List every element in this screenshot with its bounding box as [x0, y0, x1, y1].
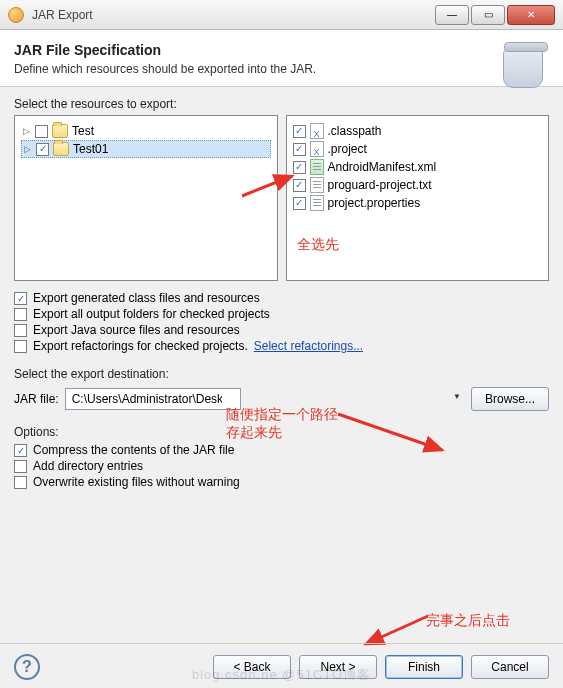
file-label: proguard-project.txt — [328, 176, 432, 194]
tree-item-label: Test01 — [73, 140, 108, 158]
wizard-header: JAR File Specification Define which reso… — [0, 30, 563, 87]
minimize-button[interactable]: — — [435, 5, 469, 25]
page-title: JAR File Specification — [14, 42, 549, 58]
page-subtitle: Define which resources should be exporte… — [14, 62, 549, 76]
checkbox-label: Overwrite existing files without warning — [33, 475, 240, 489]
tree-row[interactable]: ▷ Test01 — [21, 140, 271, 158]
file-icon — [310, 177, 324, 193]
checkbox[interactable] — [14, 292, 27, 305]
svg-line-2 — [366, 616, 428, 644]
file-row[interactable]: proguard-project.txt — [293, 176, 543, 194]
jar-file-input[interactable] — [65, 388, 241, 410]
watermark: blog.csdn.ne @51CTO博客 — [192, 666, 371, 684]
file-icon — [310, 159, 324, 175]
folder-icon — [53, 142, 69, 156]
checkbox[interactable] — [35, 125, 48, 138]
jar-file-combo[interactable]: ▼ — [65, 388, 465, 410]
checkbox-label: Add directory entries — [33, 459, 143, 473]
annotation-finish-hint: 完事之后点击 — [426, 612, 510, 630]
file-list-pane[interactable]: .classpath .project AndroidManifest.xml … — [286, 115, 550, 281]
checkbox-label: Export refactorings for checked projects… — [33, 339, 248, 353]
browse-button[interactable]: Browse... — [471, 387, 549, 411]
export-java-source-checkbox[interactable]: Export Java source files and resources — [14, 323, 549, 337]
export-all-output-checkbox[interactable]: Export all output folders for checked pr… — [14, 307, 549, 321]
checkbox[interactable] — [14, 476, 27, 489]
jar-file-label: JAR file: — [14, 392, 59, 406]
checkbox[interactable] — [36, 143, 49, 156]
annotation-select-all: 全选先 — [297, 236, 339, 254]
export-options-group: Export generated class files and resourc… — [14, 291, 549, 353]
window-title: JAR Export — [32, 8, 435, 22]
checkbox[interactable] — [14, 460, 27, 473]
chevron-right-icon[interactable]: ▷ — [21, 126, 31, 136]
file-row[interactable]: project.properties — [293, 194, 543, 212]
export-refactorings-checkbox[interactable]: Export refactorings for checked projects… — [14, 339, 549, 353]
project-tree-pane[interactable]: ▷ Test ▷ Test01 — [14, 115, 278, 281]
file-label: project.properties — [328, 194, 421, 212]
select-refactorings-link[interactable]: Select refactorings... — [254, 339, 363, 353]
finish-button[interactable]: Finish — [385, 655, 463, 679]
chevron-right-icon[interactable]: ▷ — [22, 144, 32, 154]
checkbox[interactable] — [293, 197, 306, 210]
checkbox[interactable] — [14, 340, 27, 353]
file-label: .project — [328, 140, 367, 158]
window-buttons: — ▭ ✕ — [435, 5, 555, 25]
export-generated-checkbox[interactable]: Export generated class files and resourc… — [14, 291, 549, 305]
checkbox-label: Export generated class files and resourc… — [33, 291, 260, 305]
file-row[interactable]: .classpath — [293, 122, 543, 140]
compress-checkbox[interactable]: Compress the contents of the JAR file — [14, 443, 549, 457]
checkbox[interactable] — [293, 143, 306, 156]
checkbox-label: Compress the contents of the JAR file — [33, 443, 234, 457]
checkbox-label: Export all output folders for checked pr… — [33, 307, 270, 321]
file-label: .classpath — [328, 122, 382, 140]
file-row[interactable]: AndroidManifest.xml — [293, 158, 543, 176]
add-directory-checkbox[interactable]: Add directory entries — [14, 459, 549, 473]
tree-row[interactable]: ▷ Test — [21, 122, 271, 140]
overwrite-checkbox[interactable]: Overwrite existing files without warning — [14, 475, 549, 489]
destination-label: Select the export destination: — [14, 367, 549, 381]
close-button[interactable]: ✕ — [507, 5, 555, 25]
checkbox[interactable] — [14, 324, 27, 337]
chevron-down-icon[interactable]: ▼ — [453, 392, 461, 401]
options-label: Options: — [14, 425, 549, 439]
file-row[interactable]: .project — [293, 140, 543, 158]
app-icon — [8, 7, 24, 23]
file-icon — [310, 123, 324, 139]
file-label: AndroidManifest.xml — [328, 158, 437, 176]
help-icon[interactable]: ? — [14, 654, 40, 680]
file-icon — [310, 141, 324, 157]
maximize-button[interactable]: ▭ — [471, 5, 505, 25]
annotation-arrow-icon — [354, 566, 434, 648]
checkbox[interactable] — [293, 125, 306, 138]
titlebar: JAR Export — ▭ ✕ — [0, 0, 563, 30]
jar-icon — [503, 40, 549, 92]
tree-item-label: Test — [72, 122, 94, 140]
checkbox[interactable] — [14, 308, 27, 321]
folder-icon — [52, 124, 68, 138]
cancel-button[interactable]: Cancel — [471, 655, 549, 679]
checkbox[interactable] — [293, 161, 306, 174]
checkbox-label: Export Java source files and resources — [33, 323, 240, 337]
checkbox[interactable] — [14, 444, 27, 457]
resources-label: Select the resources to export: — [14, 97, 549, 111]
checkbox[interactable] — [293, 179, 306, 192]
file-icon — [310, 195, 324, 211]
